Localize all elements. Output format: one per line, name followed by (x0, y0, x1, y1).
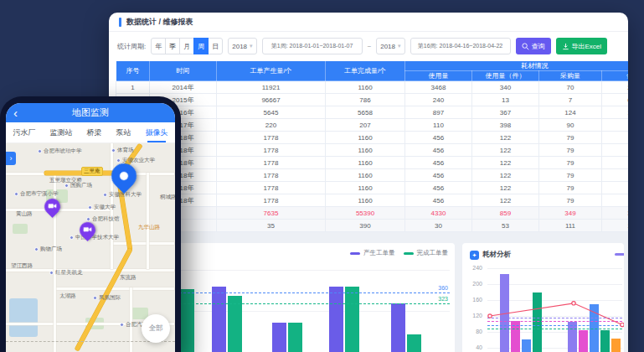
legend-swatch (350, 252, 360, 255)
poi-dot (64, 184, 69, 188)
poi-dot (111, 148, 116, 153)
map-label: 合肥市宁溪小学 (14, 190, 59, 198)
legend-item[interactable]: 完成工单量 (404, 249, 449, 257)
table-cell: 122 (472, 132, 539, 144)
period-option[interactable]: 季 (165, 38, 180, 54)
clipped-legend-swatch (615, 253, 624, 256)
road (111, 242, 174, 245)
map-canvas[interactable]: 合肥市琥珀中学体育场安徽农业大学五里墩立交桥合肥市宁溪小学安徽医科大学国购广场安… (6, 143, 175, 352)
table-cell: 1160 (326, 169, 405, 182)
total-cell: 336 (602, 207, 629, 220)
start-year-value: 2018 (232, 43, 247, 50)
water-area (9, 298, 38, 337)
end-week-input[interactable]: 第16周: 2018-04-16~2018-04-22 (410, 38, 511, 54)
screenshot-root: 数据统计 / 维修报表 统计周期: 年季月周日 2018 ▾ 第1周: 2018… (0, 0, 644, 352)
table-cell: 122 (472, 144, 539, 157)
table-cell: 79 (539, 132, 602, 144)
chevron-down-icon: ▾ (250, 43, 253, 49)
table-cell: 79 (539, 144, 602, 157)
table-cell: 1160 (326, 132, 405, 144)
table-cell: 1160 (326, 182, 405, 194)
map-label: 东流路 (120, 274, 137, 282)
legend-label: 产生工单量 (363, 249, 395, 257)
table-cell: 1160 (326, 81, 405, 94)
phone-tab[interactable]: 泵站 (115, 122, 133, 142)
table-cell: 340 (472, 81, 539, 94)
chart-title: 耗材分析 (482, 250, 511, 260)
map-label: 合肥市琥珀中学 (38, 148, 82, 155)
period-option[interactable]: 周 (193, 38, 209, 54)
period-option[interactable]: 日 (208, 38, 223, 54)
table-row: 32016年56455658897367124129 (116, 106, 629, 119)
table-cell: 1778 (217, 157, 326, 169)
map-label: 望江西路 (11, 262, 33, 270)
phone-tab[interactable]: 摄像头 (144, 122, 170, 142)
table-row: 52018年177811604561227967 (116, 132, 629, 144)
video-camera-icon (48, 203, 56, 210)
bar (345, 287, 359, 352)
table-cell: 1778 (217, 182, 326, 194)
legend-item[interactable]: 产生工单量 (350, 249, 395, 257)
chart-title-row: ✦ 耗材分析 (470, 250, 511, 260)
park-area (13, 224, 28, 234)
poi-dot (70, 236, 74, 240)
line-marker (621, 323, 624, 326)
start-week-input[interactable]: 第1周: 2018-01-01~2018-01-07 (262, 38, 363, 54)
table-cell: 19 (602, 119, 629, 132)
table-cell: 67 (602, 182, 629, 194)
col-header-completed: 工单完成量/个 (326, 61, 405, 81)
phone-tab[interactable]: 监测站 (49, 122, 75, 142)
poi-dot (103, 193, 107, 197)
dashboard-panel: 数据统计 / 维修报表 统计周期: 年季月周日 2018 ▾ 第1周: 2018… (109, 13, 628, 352)
table-row: 82018年177811604561227967 (116, 169, 629, 182)
period-option[interactable]: 月 (179, 38, 194, 54)
period-option[interactable]: 年 (151, 38, 166, 54)
table-cell: 207 (326, 119, 405, 132)
map-label: 黄山路 (16, 210, 33, 218)
bar (180, 289, 194, 352)
poi-dot (38, 149, 42, 153)
phone-mockup: ‹ 地图监测 污水厂监测站桥梁泵站摄像头 合肥市琥珀中学体育场安徽农业大学五里墩… (0, 96, 181, 352)
table-cell: 79 (539, 169, 602, 182)
phone-title: 地图监测 (72, 106, 109, 119)
start-year-select[interactable]: 2018 ▾ (228, 38, 256, 54)
table-cell: 122 (472, 194, 539, 207)
sub-col-header: 金额 (602, 71, 629, 81)
table-cell: 122 (472, 169, 539, 182)
map-label: 安徽大学 (88, 204, 116, 211)
poi-dot (93, 296, 97, 300)
end-year-value: 2018 (380, 43, 395, 50)
average-cell: 390 (326, 220, 405, 232)
sub-col-header: 使用量（件） (472, 71, 539, 81)
end-week-value: 第16周: 2018-04-16~2018-04-22 (418, 42, 502, 50)
phone-header: ‹ 地图监测 (6, 103, 175, 122)
reference-label: 360 (438, 285, 448, 291)
total-cell: 55390 (326, 207, 405, 220)
table-row: 72018年177811604561227967 (116, 157, 629, 169)
table-cell: 96667 (217, 94, 326, 106)
phone-tab[interactable]: 污水厂 (12, 122, 38, 142)
table-cell: 5645 (217, 106, 326, 119)
show-all-button[interactable]: 全部 (142, 314, 170, 343)
average-cell: 35 (217, 220, 326, 232)
expand-panel-button[interactable]: › (6, 152, 16, 165)
table-cell: 67 (602, 169, 629, 182)
table-cell: 456 (405, 132, 472, 144)
poi-dot (34, 247, 39, 251)
back-icon[interactable]: ‹ (13, 104, 18, 122)
table-cell: 67 (602, 144, 629, 157)
end-year-select[interactable]: 2018 ▾ (376, 38, 404, 54)
table-cell: 786 (326, 94, 405, 106)
export-label: 导出Excel (572, 42, 602, 51)
table-row: 62018年177811604561227967 (116, 144, 629, 157)
map-label: 体育场 (111, 147, 134, 154)
sub-col-header: 使用量 (405, 71, 472, 81)
table-cell: 129 (602, 106, 629, 119)
table-cell: 367 (472, 106, 539, 119)
period-label: 统计周期: (117, 42, 146, 51)
query-button[interactable]: 查询 (516, 38, 551, 54)
phone-tab[interactable]: 桥梁 (85, 122, 104, 142)
average-cell: 30 (405, 220, 472, 232)
export-excel-button[interactable]: 导出Excel (556, 38, 608, 54)
map-label: 桐城路 (160, 194, 175, 201)
